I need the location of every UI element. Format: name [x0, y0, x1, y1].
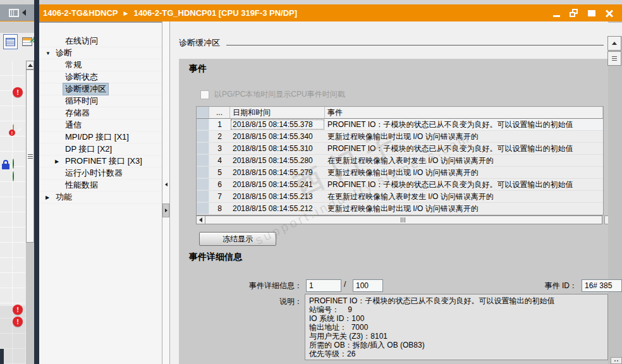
- sidebar-item[interactable]: 通信: [39, 119, 162, 131]
- diagnostic-overview-strip: ! ! ! !: [0, 21, 34, 364]
- table-row[interactable]: 22018/8/15 08:14:55.340更新过程映像输出时出现 I/O 访…: [197, 131, 603, 143]
- row-number-cell: 4: [209, 155, 230, 166]
- device-view-button[interactable]: [3, 34, 18, 49]
- header-datetime-column[interactable]: 日期和时间: [230, 107, 325, 118]
- ok-status-icon[interactable]: [13, 171, 14, 181]
- sidebar-item[interactable]: 在线访问: [39, 35, 162, 47]
- row-event-cell: 更新过程映像输出时出现 I/O 访问错误离开的: [325, 203, 603, 214]
- sidebar-item[interactable]: DP 接口 [X2]: [39, 143, 162, 155]
- chevron-up-icon: [28, 64, 33, 67]
- close-button[interactable]: [604, 8, 614, 18]
- sidebar-item-label: 诊断缓冲区: [63, 83, 108, 95]
- sidebar-item[interactable]: ▶功能: [39, 191, 162, 203]
- error-status-icon[interactable]: !: [13, 317, 23, 327]
- pg-pc-time-checkbox-label: 以PG/PC本地时间显示CPU事件时间戳: [214, 89, 345, 100]
- pane-splitter[interactable]: [162, 21, 170, 364]
- sidebar-item[interactable]: 诊断缓冲区: [39, 83, 162, 95]
- maintenance-wrench-icon[interactable]: !: [13, 124, 14, 135]
- table-row[interactable]: 42018/8/15 08:14:55.280在更新过程映像输入表时发生 I/O…: [197, 155, 603, 167]
- minimize-button[interactable]: [551, 8, 561, 18]
- row-icon-cell: [197, 119, 209, 130]
- title-rule: [226, 45, 604, 46]
- sidebar-item[interactable]: ▼诊断: [39, 47, 162, 59]
- maximize-button[interactable]: [587, 8, 597, 18]
- window-corner: [0, 349, 4, 364]
- resize-grip[interactable]: [611, 357, 622, 364]
- row-datetime-cell: 2018/8/15 08:14:55.213: [230, 191, 325, 202]
- index-separator: /: [344, 280, 346, 289]
- menu-grip-icon: [612, 56, 617, 61]
- event-index-input[interactable]: 1: [306, 279, 341, 292]
- sidebar-item-label: 功能: [54, 191, 74, 203]
- table-row[interactable]: 52018/8/15 08:14:55.279更新过程映像输出时出现 I/O 访…: [197, 167, 603, 179]
- vertical-scrollbar-track[interactable]: [608, 21, 622, 364]
- error-status-icon[interactable]: !: [13, 87, 23, 97]
- scroll-left-button[interactable]: [197, 216, 205, 224]
- horizontal-scrollbar-thumb[interactable]: [205, 216, 602, 224]
- scrollbar-menu-button[interactable]: [607, 51, 621, 66]
- sidebar-item[interactable]: MPI/DP 接口 [X1]: [39, 131, 162, 143]
- splitter-expand-button[interactable]: [162, 203, 169, 217]
- table-row[interactable]: 62018/8/15 08:14:55.241PROFINET IO：子模块的状…: [197, 179, 603, 191]
- breadcrumb-device[interactable]: 1406-2-TG_HDNCP01 [CPU 319F-3 PN/DP]: [133, 8, 297, 18]
- row-event-cell: PROFINET IO：子模块的状态已从不良变为良好。可以设置输出的初始值: [325, 179, 603, 190]
- scroll-up-button[interactable]: [26, 61, 34, 70]
- row-datetime-cell: 2018/8/15 08:14:55.241: [230, 179, 325, 190]
- description-line: 所需的 OB：拆除/插入 OB (OB83): [309, 341, 604, 349]
- event-description-box[interactable]: PROFINET IO：子模块的状态已从不良变为良好。可以设置输出的初始值站编号…: [305, 294, 608, 360]
- row-icon-cell: [197, 179, 209, 190]
- breadcrumb-project[interactable]: 1406-2-TG&HDNCP: [43, 8, 118, 18]
- pane-divider: [34, 0, 39, 364]
- header-number-column[interactable]: ...: [209, 107, 230, 118]
- row-number-cell: 3: [209, 143, 230, 154]
- header-event-column[interactable]: 事件: [325, 107, 603, 118]
- chevron-right-icon[interactable]: ▶: [55, 159, 63, 164]
- window-menu-button[interactable]: [0, 4, 34, 21]
- sidebar-item[interactable]: 运行小时计数器: [39, 167, 162, 179]
- restore-button[interactable]: [569, 8, 579, 18]
- row-datetime-cell: 2018/8/15 08:14:55.340: [230, 131, 325, 142]
- chevron-down-icon[interactable]: ▼: [46, 51, 54, 56]
- description-line: 输出地址： 7000: [309, 323, 604, 332]
- splitter-collapse-button[interactable]: [163, 181, 169, 188]
- freeze-display-button[interactable]: 冻结显示: [199, 232, 276, 246]
- table-horizontal-scrollbar[interactable]: [196, 215, 602, 224]
- window-top-strip: [0, 0, 622, 4]
- sidebar-item[interactable]: 存储器: [39, 107, 162, 119]
- chevron-left-icon: [199, 217, 202, 222]
- page-title: 诊断缓冲区: [179, 37, 220, 49]
- chevron-right-icon[interactable]: ▶: [46, 195, 54, 200]
- table-row[interactable]: 32018/8/15 08:14:55.310PROFINET IO：子模块的状…: [197, 143, 603, 155]
- table-body: 12018/8/15 08:14:55.378PROFINET IO：子模块的状…: [197, 119, 603, 215]
- description-label: 说明：: [179, 295, 302, 308]
- sidebar-item[interactable]: 常规: [39, 59, 162, 71]
- event-total-input[interactable]: 100: [353, 279, 383, 292]
- sidebar-tree: 在线访问▼诊断常规诊断状态诊断缓冲区循环时间存储器通信MPI/DP 接口 [X1…: [39, 35, 162, 203]
- pg-pc-time-checkbox[interactable]: [200, 90, 209, 99]
- collapse-left-icon: [22, 9, 26, 16]
- sidebar-item[interactable]: 性能数据: [39, 179, 162, 191]
- scroll-up-button[interactable]: [607, 36, 621, 51]
- description-line: 优先等级：26: [309, 349, 604, 358]
- table-row[interactable]: 72018/8/15 08:14:55.213在更新过程映像输入表时发生 I/O…: [197, 191, 603, 203]
- sidebar-item-label: DP 接口 [X2]: [63, 143, 114, 155]
- table-row[interactable]: 82018/8/15 08:14:55.212更新过程映像输出时出现 I/O 访…: [197, 203, 603, 215]
- ok-status-icon[interactable]: [13, 159, 14, 169]
- description-line: IO 系统 ID：100: [309, 314, 604, 323]
- sidebar-item-label: 在线访问: [63, 35, 100, 47]
- sidebar-item-label: PROFINET 接口 [X3]: [63, 155, 144, 167]
- event-id-input[interactable]: 16# 385: [582, 279, 622, 292]
- row-number-cell: 7: [209, 191, 230, 202]
- table-row[interactable]: 12018/8/15 08:14:55.378PROFINET IO：子模块的状…: [197, 119, 603, 131]
- sidebar-item[interactable]: 诊断状态: [39, 71, 162, 83]
- sidebar-item[interactable]: ▶PROFINET 接口 [X3]: [39, 155, 162, 167]
- chevron-left-icon: [165, 183, 168, 186]
- error-status-icon[interactable]: !: [13, 305, 23, 315]
- strip-scrollbar-thumb[interactable]: [26, 70, 34, 243]
- row-datetime-cell: 2018/8/15 08:14:55.378: [230, 119, 325, 130]
- diagnostics-export-button[interactable]: [20, 34, 34, 49]
- window-icon: [9, 9, 19, 17]
- header-icon-column: [197, 107, 209, 118]
- sidebar-item[interactable]: 循环时间: [39, 95, 162, 107]
- description-line: 与用户无关 (Z3)：8101: [309, 332, 604, 341]
